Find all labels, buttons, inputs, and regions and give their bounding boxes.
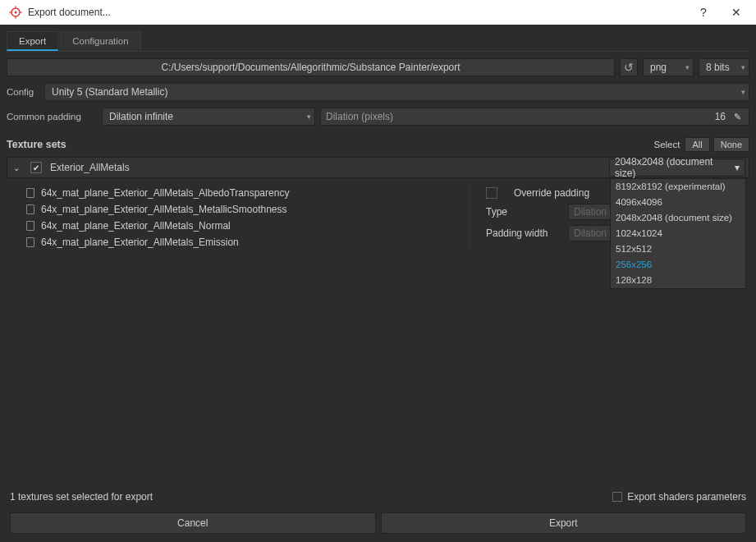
tab-configuration[interactable]: Configuration bbox=[60, 31, 140, 51]
override-padding-label: Override padding bbox=[514, 187, 589, 199]
padding-width-label: Padding width bbox=[486, 227, 552, 239]
document-icon bbox=[26, 188, 34, 198]
export-path-field[interactable]: C:/Users/support/Documents/Allegorithmic… bbox=[7, 58, 615, 76]
map-name: 64x_mat_plane_Exterior_AllMetals_Normal bbox=[41, 220, 231, 232]
chevron-down-icon: ▾ bbox=[741, 88, 745, 96]
svg-point-1 bbox=[15, 11, 17, 14]
dilation-pixels-value: 16 bbox=[715, 111, 726, 122]
close-button[interactable]: ✕ bbox=[720, 0, 753, 25]
texture-sets-title: Texture sets bbox=[7, 139, 654, 150]
padding-mode-value: Dilation infinite bbox=[109, 111, 300, 122]
pencil-icon: ✎ bbox=[731, 110, 744, 123]
select-label: Select bbox=[654, 140, 680, 149]
padding-mode-dropdown[interactable]: Dilation infinite ▾ bbox=[102, 108, 315, 126]
size-option[interactable]: 128x128 bbox=[611, 273, 745, 288]
checkbox-icon bbox=[612, 492, 622, 502]
texture-size-dropdown[interactable]: 2048x2048 (document size) ▾ bbox=[609, 158, 745, 177]
document-icon bbox=[26, 221, 34, 231]
export-shaders-checkbox[interactable]: Export shaders parameters bbox=[612, 491, 746, 503]
file-format-dropdown[interactable]: png ▾ bbox=[643, 58, 694, 76]
map-list: 64x_mat_plane_Exterior_AllMetals_AlbedoT… bbox=[26, 185, 470, 250]
map-name: 64x_mat_plane_Exterior_AllMetals_Metalli… bbox=[41, 204, 286, 215]
app-icon bbox=[8, 5, 23, 20]
texture-size-dropdown-list[interactable]: 8192x8192 (experimental) 4096x4096 2048x… bbox=[610, 178, 746, 289]
size-option[interactable]: 2048x2048 (document size) bbox=[611, 210, 745, 226]
dilation-pixels-label: Dilation (pixels) bbox=[326, 111, 715, 122]
undo-icon: ↺ bbox=[624, 61, 634, 74]
map-name: 64x_mat_plane_Exterior_AllMetals_AlbedoT… bbox=[41, 187, 289, 199]
map-name: 64x_mat_plane_Exterior_AllMetals_Emissio… bbox=[41, 237, 239, 248]
select-none-button[interactable]: None bbox=[713, 137, 749, 152]
export-shaders-label: Export shaders parameters bbox=[627, 491, 746, 503]
list-item[interactable]: 64x_mat_plane_Exterior_AllMetals_Emissio… bbox=[26, 234, 469, 250]
document-icon bbox=[26, 204, 34, 214]
bit-depth-dropdown[interactable]: 8 bits ▾ bbox=[699, 58, 749, 76]
tab-strip: Export Configuration bbox=[7, 31, 749, 52]
size-option[interactable]: 4096x4096 bbox=[611, 195, 745, 210]
texture-set-row[interactable]: ⌄ Exterior_AllMetals 2048x2048 (document… bbox=[7, 157, 749, 178]
cancel-button[interactable]: Cancel bbox=[10, 512, 376, 534]
status-bar: 1 textures set selected for export Expor… bbox=[7, 486, 749, 508]
common-padding-label: Common padding bbox=[7, 112, 97, 122]
chevron-down-icon[interactable]: ⌄ bbox=[11, 163, 22, 172]
list-item[interactable]: 64x_mat_plane_Exterior_AllMetals_Normal bbox=[26, 218, 469, 234]
size-option[interactable]: 256x256 bbox=[611, 257, 745, 273]
bit-depth-value: 8 bits bbox=[706, 62, 735, 73]
tab-export[interactable]: Export bbox=[7, 31, 58, 51]
help-button[interactable]: ? bbox=[687, 0, 720, 25]
texture-set-body: 64x_mat_plane_Exterior_AllMetals_AlbedoT… bbox=[7, 178, 749, 257]
chevron-down-icon: ▾ bbox=[741, 63, 745, 71]
config-preset-dropdown[interactable]: Unity 5 (Standard Metallic) ▾ bbox=[44, 83, 749, 101]
reset-path-button[interactable]: ↺ bbox=[620, 58, 638, 76]
document-icon bbox=[26, 237, 34, 247]
titlebar: Export document... ? ✕ bbox=[0, 0, 756, 25]
select-all-button[interactable]: All bbox=[685, 137, 709, 152]
size-option[interactable]: 8192x8192 (experimental) bbox=[611, 179, 745, 195]
export-button[interactable]: Export bbox=[381, 512, 747, 534]
type-label: Type bbox=[486, 206, 552, 218]
list-item[interactable]: 64x_mat_plane_Exterior_AllMetals_AlbedoT… bbox=[26, 185, 469, 201]
override-padding-checkbox[interactable] bbox=[486, 187, 497, 199]
config-preset-value: Unity 5 (Standard Metallic) bbox=[52, 86, 735, 98]
texture-set-name: Exterior_AllMetals bbox=[50, 162, 601, 173]
chevron-down-icon: ▾ bbox=[735, 162, 740, 173]
size-option[interactable]: 512x512 bbox=[611, 241, 745, 257]
list-item[interactable]: 64x_mat_plane_Exterior_AllMetals_Metalli… bbox=[26, 201, 469, 218]
dilation-pixels-field[interactable]: Dilation (pixels) 16 ✎ bbox=[320, 108, 749, 126]
texture-set-checkbox[interactable] bbox=[30, 162, 42, 173]
size-option[interactable]: 1024x1024 bbox=[611, 226, 745, 241]
window-title: Export document... bbox=[28, 7, 687, 18]
file-format-value: png bbox=[650, 62, 679, 73]
texture-size-value: 2048x2048 (document size) bbox=[615, 156, 735, 179]
config-label: Config bbox=[7, 87, 39, 97]
status-text: 1 textures set selected for export bbox=[10, 491, 612, 503]
chevron-down-icon: ▾ bbox=[685, 63, 690, 71]
chevron-down-icon: ▾ bbox=[307, 113, 311, 121]
